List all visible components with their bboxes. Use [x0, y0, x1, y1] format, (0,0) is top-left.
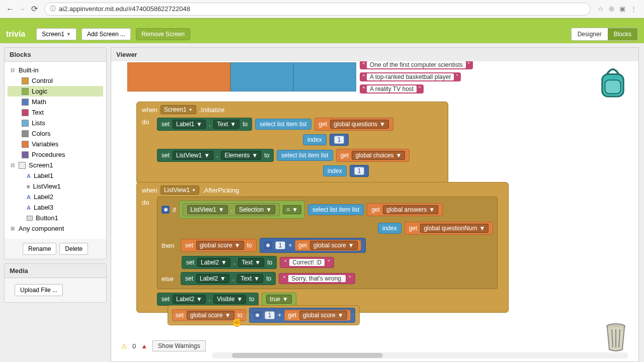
gear-icon[interactable]: ✱: [264, 241, 272, 249]
tree-label3[interactable]: ALabel3: [8, 202, 103, 213]
tree-lists[interactable]: Lists: [8, 118, 103, 128]
tree-button1[interactable]: Button1: [8, 213, 103, 223]
project-name: trivia: [6, 30, 25, 39]
warnings-area: ⚠ 0 ▲ Show Warnings: [121, 340, 206, 351]
collapse-icon: ⊟: [10, 162, 16, 168]
tree-text[interactable]: Text: [8, 107, 103, 118]
select-list-item-block[interactable]: select list item list: [277, 150, 333, 161]
get-block[interactable]: get global questions▼: [314, 118, 393, 131]
forward-icon[interactable]: →: [16, 3, 28, 15]
set-block[interactable]: set Label2▼. Text▼ to: [182, 256, 277, 269]
media-panel-header: Media: [5, 264, 106, 278]
reload-icon[interactable]: ⟳: [28, 3, 40, 15]
tree-screen1[interactable]: ⊟Screen1: [8, 160, 103, 170]
text-icon: [22, 109, 29, 116]
equals-block[interactable]: ListView1▼. Selection▼ =▼: [179, 201, 305, 219]
error-icon: ▲: [141, 342, 147, 350]
delete-button[interactable]: Delete: [59, 243, 88, 255]
label-icon: A: [27, 194, 31, 200]
collapse-icon: ⊟: [10, 67, 16, 73]
op-dropdown[interactable]: =▼: [283, 205, 301, 214]
tree-any[interactable]: ⊞Any component: [8, 223, 103, 234]
prop-dropdown[interactable]: ListView1▼: [173, 151, 213, 160]
cast-icon[interactable]: ▣: [619, 5, 625, 13]
designer-tab[interactable]: Designer: [572, 28, 608, 40]
tree-buttons: Rename Delete: [5, 239, 106, 259]
extension-icon[interactable]: ⬣: [609, 5, 614, 13]
index-slot[interactable]: index: [323, 165, 347, 176]
logic-icon: [22, 88, 29, 95]
remove-screen-button[interactable]: Remove Screen: [136, 28, 190, 40]
tree-label2[interactable]: ALabel2: [8, 192, 103, 202]
component-dropdown[interactable]: Screen1▼: [160, 105, 196, 114]
when-listview1-afterpicking-block[interactable]: when ListView1▼ .AfterPicking do ✱ if: [136, 182, 509, 313]
gear-icon[interactable]: ✱: [162, 206, 170, 214]
text-block[interactable]: “ Correct! :D ”: [280, 257, 334, 268]
star-icon[interactable]: ☆: [598, 5, 604, 13]
tree-listview1[interactable]: ≡ListView1: [8, 181, 103, 192]
text-block[interactable]: “ Sorry, that's wrong. ”: [279, 273, 355, 284]
get-block[interactable]: get global score▼: [284, 310, 350, 321]
get-block[interactable]: get global answers▼: [367, 203, 443, 216]
index-slot[interactable]: index: [303, 134, 327, 145]
tree-variables[interactable]: Variables: [8, 139, 103, 149]
true-block[interactable]: true▼: [262, 293, 296, 306]
address-bar[interactable]: ⓘ ai2.appinventor.mit.edu/#4740058622722…: [44, 3, 591, 16]
lists-icon: [22, 120, 29, 127]
tree-label1[interactable]: ALabel1: [8, 170, 103, 181]
get-block[interactable]: get global choices▼: [336, 149, 410, 162]
set-block[interactable]: set ListView1▼. Elements▼ to: [157, 149, 274, 162]
upload-file-button[interactable]: Upload File ...: [15, 284, 63, 296]
menu-icon[interactable]: ⋮: [630, 5, 637, 13]
plus-block[interactable]: ✱ 1 + get global score▼: [249, 308, 355, 323]
blocks-workspace[interactable]: “ One of the first computer scientists ”…: [111, 61, 639, 362]
tree-procedures[interactable]: Procedures: [8, 149, 103, 160]
add-screen-button[interactable]: Add Screen ...: [82, 28, 131, 40]
tree-control[interactable]: Control: [8, 75, 103, 86]
back-icon[interactable]: ←: [4, 3, 16, 15]
gear-icon[interactable]: ✱: [254, 311, 262, 319]
tree-builtin[interactable]: ⊟Built-in: [8, 65, 103, 75]
project-toolbar: trivia Screen1▼ Add Screen ... Remove Sc…: [0, 25, 644, 43]
set-block[interactable]: set Label2▼. Visible▼ to: [157, 293, 259, 306]
blocks-tab[interactable]: Blocks: [608, 28, 637, 40]
number-block[interactable]: 1: [350, 165, 369, 177]
if-block[interactable]: ✱ if ListView1▼. Selection▼ =▼: [157, 197, 498, 289]
selection-block[interactable]: ListView1▼. Selection▼: [183, 203, 280, 216]
procedures-icon: [22, 151, 29, 158]
component-dropdown[interactable]: ListView1▼: [160, 186, 199, 195]
tree-colors[interactable]: Colors: [8, 128, 103, 139]
set-global-block[interactable]: set global score▼ to: [181, 239, 257, 252]
set-block[interactable]: set Label1▼. Text▼ to: [157, 118, 252, 131]
show-warnings-button[interactable]: Show Warnings: [152, 340, 206, 351]
select-list-item-block[interactable]: select list item list: [308, 204, 364, 215]
trash-icon[interactable]: [603, 322, 628, 351]
prop-dropdown[interactable]: Elements▼: [221, 151, 261, 160]
variables-icon: [22, 141, 29, 148]
rename-button[interactable]: Rename: [23, 243, 56, 255]
text-block[interactable]: “ One of the first computer scientists ”: [360, 61, 473, 69]
set-block[interactable]: set Label2▼. Text▼ to: [181, 272, 276, 285]
when-screen1-initialize-block[interactable]: when Screen1▼ .Initialize do set Label1▼…: [136, 102, 448, 184]
tree-logic[interactable]: Logic: [8, 86, 103, 97]
get-block[interactable]: get global score▼: [295, 240, 361, 251]
backpack-icon[interactable]: [597, 66, 628, 100]
text-block[interactable]: “ A top-ranked basketball player ”: [360, 72, 461, 81]
index-slot[interactable]: index: [378, 223, 401, 234]
prop-dropdown[interactable]: Text▼: [213, 120, 239, 129]
plus-block[interactable]: ✱ 1 + get global score▼: [260, 238, 366, 253]
detached-set-block[interactable]: set global score▼ to ✱ 1 + get global sc…: [168, 305, 360, 325]
text-block[interactable]: “ A reality TV host ”: [360, 84, 424, 94]
horizontal-scrollbar[interactable]: [212, 352, 628, 358]
select-list-item-block[interactable]: select list item list: [255, 119, 311, 130]
warning-icon: ⚠: [121, 342, 127, 350]
url-text: ai2.appinventor.mit.edu/#474005862272204…: [59, 5, 190, 13]
viewer-column: Viewer “ One of the first computer scien…: [111, 43, 644, 362]
list-icon: ≡: [27, 184, 30, 190]
screen-select[interactable]: Screen1▼: [36, 28, 76, 40]
prop-dropdown[interactable]: Label1▼: [173, 120, 206, 129]
tree-math[interactable]: Math: [8, 97, 103, 107]
chevron-down-icon: ▼: [66, 32, 71, 37]
get-block[interactable]: get global questionNum▼: [405, 222, 494, 235]
number-block[interactable]: 1: [330, 134, 349, 146]
